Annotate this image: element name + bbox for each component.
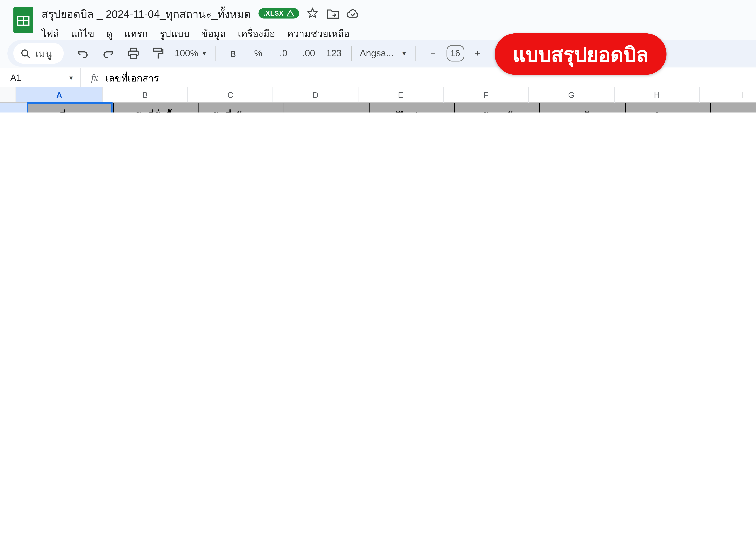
- header-cell[interactable]: ลูกค้า: [540, 103, 626, 112]
- selection-box: [27, 102, 112, 112]
- formula-input[interactable]: เลขที่เอกสาร: [105, 70, 159, 86]
- paint-format-button[interactable]: [146, 44, 170, 63]
- font-size-input[interactable]: 16: [446, 45, 464, 62]
- redo-button[interactable]: [96, 44, 120, 63]
- increase-decimal-button[interactable]: .00: [297, 44, 320, 63]
- row-number[interactable]: 1: [0, 103, 27, 112]
- undo-button[interactable]: [71, 44, 95, 63]
- print-button[interactable]: [121, 44, 145, 63]
- header-cell[interactable]: รหัสลูกค้า: [455, 103, 540, 112]
- decrease-decimal-button[interactable]: .0: [272, 44, 295, 63]
- header-row: 1เลขที่เอกสารวันที่สั่งซื้อวันที่เข้าระบ…: [0, 102, 756, 112]
- spreadsheet-app: สรุปยอดบิล _ 2024-11-04_ทุกสถานะ_ทั้งหมด…: [0, 0, 756, 112]
- sheets-logo-icon[interactable]: [13, 7, 33, 33]
- annotation-badge: แบบสรุปยอดบิล: [495, 33, 667, 75]
- column-letter-D[interactable]: D: [273, 87, 358, 103]
- column-letter-E[interactable]: E: [358, 87, 444, 103]
- header-cell[interactable]: แก้ไขล่าสุด: [369, 103, 455, 112]
- font-select[interactable]: Angsa...▼: [357, 48, 410, 58]
- header-cell[interactable]: วันที่สั่งซื้อ: [114, 103, 199, 112]
- column-letters: ABCDEFGHIJKLM: [0, 87, 756, 102]
- annotation-text: แบบสรุปยอดบิล: [513, 38, 649, 70]
- zoom-select[interactable]: 100%▼: [172, 48, 210, 58]
- header-cell[interactable]: รวม: [711, 103, 756, 112]
- name-box[interactable]: A1▼: [0, 73, 74, 83]
- percent-format-button[interactable]: %: [246, 44, 270, 63]
- search-icon: [21, 49, 30, 58]
- column-letter-H[interactable]: H: [615, 87, 700, 103]
- select-all-corner[interactable]: [0, 87, 16, 103]
- menus-search[interactable]: เมนู: [13, 43, 64, 64]
- move-folder-icon[interactable]: [326, 7, 339, 20]
- column-letter-F[interactable]: F: [444, 87, 529, 103]
- cloud-saved-icon[interactable]: [346, 7, 359, 20]
- column-letter-A[interactable]: A: [16, 87, 103, 103]
- sheet-grid: ABCDEFGHIJKLM 1เลขที่เอกสารวันที่สั่งซื้…: [0, 87, 756, 112]
- menus-label: เมนู: [36, 45, 52, 61]
- increase-font-size-button[interactable]: +: [466, 44, 489, 63]
- header-cell[interactable]: จำนวน: [626, 103, 711, 112]
- document-title[interactable]: สรุปยอดบิล _ 2024-11-04_ทุกสถานะ_ทั้งหมด: [41, 5, 251, 22]
- xlsx-badge: .XLSX: [258, 8, 299, 19]
- warning-icon: [286, 10, 294, 17]
- star-icon[interactable]: [306, 7, 319, 20]
- column-letter-C[interactable]: C: [188, 87, 273, 103]
- decrease-font-size-button[interactable]: −: [421, 44, 445, 63]
- column-letter-B[interactable]: B: [103, 87, 188, 103]
- fx-icon: fx: [91, 72, 98, 84]
- header-cell[interactable]: สถานะ: [284, 103, 369, 112]
- column-letter-I[interactable]: I: [700, 87, 756, 103]
- number-format-button[interactable]: 123: [322, 44, 346, 63]
- currency-format-button[interactable]: ฿: [221, 44, 245, 63]
- column-letter-G[interactable]: G: [529, 87, 615, 103]
- header-cell[interactable]: วันที่เข้าระบบ: [199, 103, 284, 112]
